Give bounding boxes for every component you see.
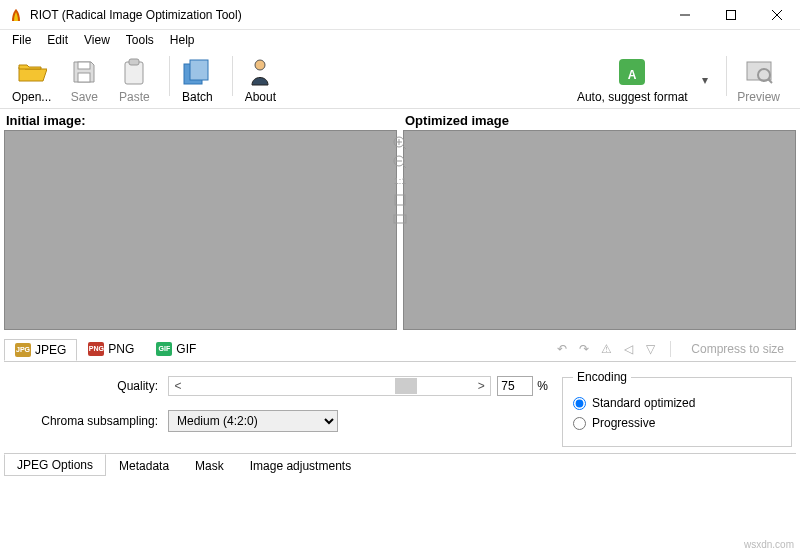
tab-png[interactable]: PNG PNG <box>77 338 145 360</box>
zoom-strip: 1:1 <box>391 135 409 227</box>
chroma-label: Chroma subsampling: <box>8 414 168 428</box>
initial-image-pane: Initial image: <box>4 109 397 330</box>
encoding-standard-label: Standard optimized <box>592 396 695 410</box>
jpeg-options-panel: Quality: < > % Chroma subsampling: Mediu… <box>0 362 800 451</box>
close-button[interactable] <box>754 0 800 30</box>
about-icon <box>244 56 276 88</box>
png-icon: PNG <box>88 342 104 356</box>
encoding-group: Encoding Standard optimized Progressive <box>562 370 792 447</box>
svg-rect-24 <box>394 215 406 223</box>
toolbar-separator <box>232 56 233 96</box>
quality-percent: % <box>537 379 548 393</box>
gif-icon: GIF <box>156 342 172 356</box>
preview-icon <box>743 56 775 88</box>
tab-metadata[interactable]: Metadata <box>106 455 182 477</box>
menu-edit[interactable]: Edit <box>39 31 76 49</box>
svg-line-21 <box>403 165 406 168</box>
encoding-legend: Encoding <box>573 370 631 384</box>
toolbar-separator <box>726 56 727 96</box>
maximize-button[interactable] <box>708 0 754 30</box>
menu-view[interactable]: View <box>76 31 118 49</box>
slider-thumb[interactable] <box>395 378 417 394</box>
app-icon <box>8 7 24 23</box>
tab-image-adjustments[interactable]: Image adjustments <box>237 455 364 477</box>
folder-open-icon <box>16 56 48 88</box>
encoding-progressive-radio[interactable] <box>573 417 586 430</box>
zoom-out-icon[interactable] <box>392 154 408 170</box>
jpeg-icon: JPG <box>15 343 31 357</box>
svg-rect-5 <box>78 73 90 82</box>
rotate-cw-icon[interactable]: ↷ <box>574 339 594 359</box>
window-title: RIOT (Radical Image Optimization Tool) <box>30 8 662 22</box>
tab-jpeg-options[interactable]: JPEG Options <box>4 454 106 476</box>
menu-bar: File Edit View Tools Help <box>0 30 800 50</box>
batch-button[interactable]: Batch <box>176 54 218 106</box>
optimized-image-title: Optimized image <box>403 109 796 130</box>
auto-suggest-button[interactable]: A Auto, suggest format <box>572 54 692 106</box>
svg-rect-23 <box>395 195 405 205</box>
svg-line-17 <box>403 146 406 149</box>
menu-tools[interactable]: Tools <box>118 31 162 49</box>
preview-button[interactable]: Preview <box>733 54 784 106</box>
zoom-in-icon[interactable] <box>392 135 408 151</box>
flip-v-icon[interactable]: ▽ <box>640 339 660 359</box>
chroma-row: Chroma subsampling: Medium (4:2:0) <box>8 410 548 432</box>
svg-rect-1 <box>727 10 736 19</box>
svg-rect-7 <box>129 59 139 65</box>
svg-text:A: A <box>628 68 637 82</box>
auto-dropdown-arrow-icon[interactable]: ▾ <box>702 73 712 87</box>
optimized-image-pane: Optimized image <box>403 109 796 330</box>
warning-icon[interactable]: ⚠ <box>596 339 616 359</box>
slider-left-arrow-icon[interactable]: < <box>169 379 187 393</box>
image-panes: Initial image: Optimized image 1:1 <box>0 109 800 330</box>
svg-point-10 <box>255 60 265 70</box>
optimized-image-area[interactable] <box>403 130 796 330</box>
zoom-fill-icon[interactable] <box>392 211 408 227</box>
quality-label: Quality: <box>8 379 168 393</box>
title-bar: RIOT (Radical Image Optimization Tool) <box>0 0 800 30</box>
initial-image-area[interactable] <box>4 130 397 330</box>
rotate-ccw-icon[interactable]: ↶ <box>552 339 572 359</box>
zoom-actual-icon[interactable]: 1:1 <box>392 173 408 189</box>
auto-icon: A <box>616 56 648 88</box>
encoding-progressive-label: Progressive <box>592 416 655 430</box>
toolbar-separator <box>169 56 170 96</box>
about-button[interactable]: About <box>239 54 281 106</box>
separator <box>670 341 671 357</box>
tab-gif[interactable]: GIF GIF <box>145 338 207 360</box>
slider-right-arrow-icon[interactable]: > <box>472 379 490 393</box>
encoding-standard-radio[interactable] <box>573 397 586 410</box>
toolbar: Open... Save Paste Batch About A Auto, s… <box>0 50 800 109</box>
bottom-tab-bar: JPEG Options Metadata Mask Image adjustm… <box>4 453 796 477</box>
quality-slider[interactable]: < > <box>168 376 491 396</box>
paste-icon <box>118 56 150 88</box>
compress-to-size-button[interactable]: Compress to size <box>679 342 796 356</box>
paste-button[interactable]: Paste <box>113 54 155 106</box>
tab-mask[interactable]: Mask <box>182 455 237 477</box>
open-button[interactable]: Open... <box>8 54 55 106</box>
watermark: wsxdn.com <box>744 539 794 550</box>
save-button[interactable]: Save <box>63 54 105 106</box>
chroma-select[interactable]: Medium (4:2:0) <box>168 410 338 432</box>
menu-help[interactable]: Help <box>162 31 203 49</box>
svg-rect-4 <box>78 62 90 69</box>
tab-jpeg[interactable]: JPG JPEG <box>4 339 77 361</box>
menu-file[interactable]: File <box>4 31 39 49</box>
batch-icon <box>181 56 213 88</box>
flip-h-icon[interactable]: ◁ <box>618 339 638 359</box>
format-tab-bar: JPG JPEG PNG PNG GIF GIF ↶ ↷ ⚠ ◁ ▽ Compr… <box>4 336 796 362</box>
initial-image-title: Initial image: <box>4 109 397 130</box>
minimize-button[interactable] <box>662 0 708 30</box>
save-icon <box>68 56 100 88</box>
svg-rect-9 <box>190 60 208 80</box>
quality-input[interactable] <box>497 376 533 396</box>
quality-row: Quality: < > % <box>8 376 548 396</box>
zoom-fit-icon[interactable] <box>392 192 408 208</box>
